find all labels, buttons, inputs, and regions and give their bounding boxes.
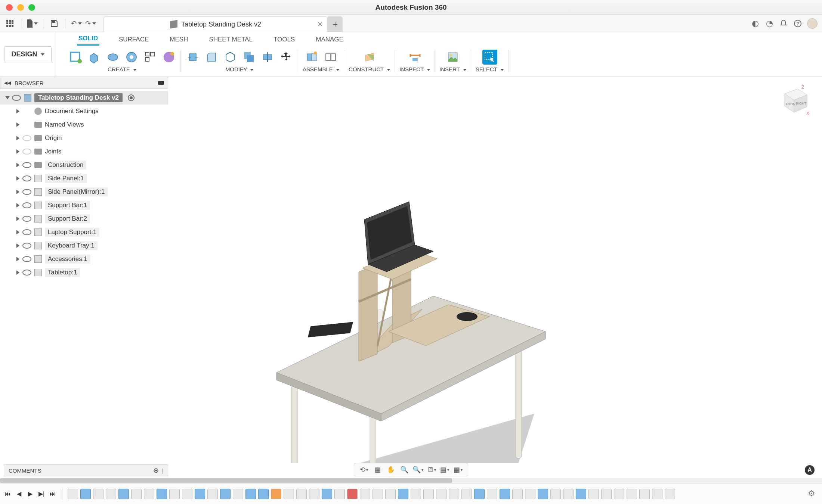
timeline-feature[interactable] — [118, 489, 129, 499]
timeline-feature[interactable] — [601, 489, 612, 499]
plane-icon[interactable] — [362, 50, 377, 65]
expand-icon[interactable] — [16, 270, 19, 275]
joint-icon[interactable] — [305, 50, 319, 65]
timeline-feature[interactable] — [576, 489, 586, 499]
close-window-button[interactable] — [6, 4, 13, 11]
tree-item[interactable]: Support Bar:1 — [0, 199, 168, 212]
visibility-icon[interactable] — [12, 95, 21, 101]
timeline-feature[interactable] — [588, 489, 599, 499]
timeline-feature[interactable] — [322, 489, 332, 499]
timeline-feature[interactable] — [271, 489, 281, 499]
job-status-icon[interactable]: ◔ — [764, 19, 774, 28]
timeline-next-button[interactable]: ▶| — [37, 490, 46, 498]
visibility-icon[interactable] — [22, 270, 31, 276]
timeline-feature[interactable] — [627, 489, 637, 499]
file-menu-button[interactable] — [27, 18, 38, 29]
browser-header[interactable]: ◀◀ BROWSER — [0, 77, 168, 89]
visibility-icon[interactable] — [22, 216, 31, 222]
workspace-button[interactable]: DESIGN — [4, 46, 51, 62]
collapse-icon[interactable] — [158, 81, 164, 85]
timeline-feature[interactable] — [512, 489, 523, 499]
tree-root[interactable]: Tabletop Standing Desk v2 — [0, 91, 168, 105]
timeline-feature[interactable] — [385, 489, 396, 499]
tree-item[interactable]: Construction — [0, 158, 168, 172]
timeline-feature[interactable] — [474, 489, 485, 499]
visibility-icon[interactable] — [22, 149, 31, 155]
close-tab-button[interactable]: ✕ — [317, 20, 323, 28]
timeline-feature[interactable] — [296, 489, 307, 499]
data-panel-button[interactable] — [4, 18, 16, 29]
select-icon[interactable] — [482, 50, 497, 65]
timeline-play-button[interactable]: ▶ — [26, 490, 34, 498]
expand-icon[interactable] — [16, 109, 19, 113]
timeline-feature[interactable] — [106, 489, 116, 499]
tree-item[interactable]: Document Settings — [0, 105, 168, 118]
timeline-feature[interactable] — [245, 489, 256, 499]
timeline-feature[interactable] — [461, 489, 472, 499]
notifications-icon[interactable] — [779, 19, 788, 28]
visibility-icon[interactable] — [22, 135, 31, 141]
timeline-feature[interactable] — [195, 489, 205, 499]
tab-sheet-metal[interactable]: SHEET METAL — [207, 34, 254, 46]
expand-icon[interactable] — [16, 203, 19, 208]
visibility-icon[interactable] — [22, 162, 31, 168]
tree-item[interactable]: Tabletop:1 — [0, 266, 168, 279]
sweep-icon[interactable] — [124, 50, 139, 65]
timeline-prev-button[interactable]: ◀ — [15, 490, 23, 498]
tree-item[interactable]: Side Panel(Mirror):1 — [0, 185, 168, 199]
undo-button[interactable]: ↶ — [71, 18, 82, 29]
timeline-feature[interactable] — [80, 489, 91, 499]
timeline-feature[interactable] — [68, 489, 78, 499]
expand-icon[interactable] — [16, 149, 19, 154]
redo-button[interactable]: ↷ — [85, 18, 96, 29]
insert-icon[interactable] — [445, 50, 460, 65]
timeline-feature[interactable] — [182, 489, 192, 499]
visibility-icon[interactable] — [22, 175, 31, 181]
timeline-feature[interactable] — [284, 489, 294, 499]
form-icon[interactable] — [161, 50, 176, 65]
tab-tools[interactable]: TOOLS — [272, 34, 296, 46]
timeline-feature[interactable] — [652, 489, 662, 499]
viewcube[interactable]: Z FRONT RIGHT X — [777, 84, 811, 118]
tree-item[interactable]: Laptop Support:1 — [0, 225, 168, 239]
expand-icon[interactable] — [16, 176, 19, 181]
grid-settings-icon[interactable]: ▤▾ — [440, 465, 449, 474]
tab-surface[interactable]: SURFACE — [117, 34, 150, 46]
timeline-scrollbar[interactable] — [0, 478, 822, 483]
timeline-feature[interactable] — [169, 489, 180, 499]
tree-item[interactable]: Accessories:1 — [0, 252, 168, 266]
minimize-window-button[interactable] — [17, 4, 24, 11]
visibility-icon[interactable] — [22, 229, 31, 235]
expand-icon[interactable] — [16, 136, 19, 140]
tree-item[interactable]: Named Views — [0, 118, 168, 131]
display-settings-icon[interactable]: 🖥▾ — [427, 465, 436, 474]
pan-icon[interactable]: ✋ — [386, 465, 395, 474]
timeline-feature[interactable] — [334, 489, 345, 499]
expand-icon[interactable] — [16, 217, 19, 221]
timeline-feature[interactable] — [373, 489, 383, 499]
timeline-feature[interactable] — [449, 489, 459, 499]
timeline-feature[interactable] — [614, 489, 624, 499]
activate-radio[interactable] — [128, 94, 135, 101]
extrude-icon[interactable] — [87, 50, 102, 65]
sketch-icon[interactable] — [68, 50, 83, 65]
orbit-icon[interactable]: ⟲▾ — [359, 465, 368, 474]
timeline-feature[interactable] — [436, 489, 446, 499]
comments-panel-header[interactable]: COMMENTS ⊕ | — [4, 464, 168, 476]
timeline-feature[interactable] — [207, 489, 218, 499]
visibility-icon[interactable] — [22, 256, 31, 262]
timeline-feature[interactable] — [360, 489, 370, 499]
maximize-window-button[interactable] — [28, 4, 35, 11]
timeline-feature[interactable] — [665, 489, 675, 499]
timeline-feature[interactable] — [93, 489, 103, 499]
expand-icon[interactable] — [16, 243, 19, 248]
move-icon[interactable] — [279, 50, 294, 65]
viewports-icon[interactable]: ▦▾ — [454, 465, 463, 474]
timeline-feature[interactable] — [423, 489, 434, 499]
expand-icon[interactable] — [16, 230, 19, 234]
timeline-last-button[interactable]: ⏭ — [49, 490, 57, 498]
align-icon[interactable] — [260, 50, 275, 65]
timeline-feature[interactable] — [525, 489, 535, 499]
combine-icon[interactable] — [241, 50, 256, 65]
timeline-feature[interactable] — [639, 489, 650, 499]
